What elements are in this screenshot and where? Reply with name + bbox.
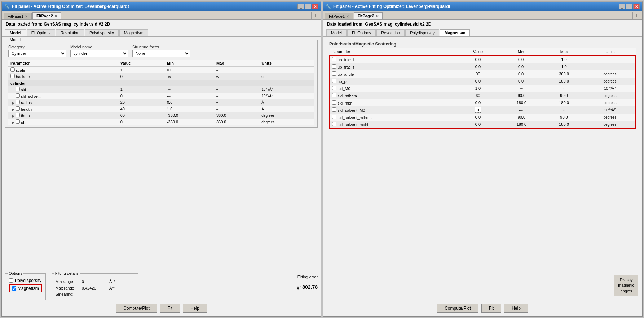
- right-maximize-button[interactable]: □: [626, 4, 632, 9]
- left-compute-plot-button[interactable]: Compute/Plot: [116, 304, 157, 313]
- right-main-content: Polarisation/Magnetic Scattering Paramet…: [323, 37, 642, 300]
- left-options-title: Options: [8, 271, 23, 275]
- right-tab-model[interactable]: Model: [326, 29, 347, 36]
- right-data-loaded: Data loaded from: GenSAS mag_cylinder.sl…: [323, 20, 642, 28]
- polydispersity-checkbox[interactable]: [9, 278, 13, 283]
- left-units-header: Units: [259, 60, 314, 67]
- sld-solvent-mphi-checkbox[interactable]: [332, 122, 336, 126]
- left-model-title: Model: [8, 37, 22, 42]
- right-fit-button[interactable]: Fit: [481, 304, 501, 313]
- table-row: sld_mtheta 60 -90.0 90.0 degrees: [330, 92, 636, 99]
- up-angle-checkbox[interactable]: [332, 71, 336, 76]
- left-structurefactor-select[interactable]: None: [132, 50, 190, 57]
- sld-solvent-m0-value[interactable]: 0: [475, 107, 481, 113]
- chi2-label: χ²: [297, 284, 301, 290]
- left-fitpage2-close[interactable]: ✕: [54, 14, 57, 18]
- scale-checkbox[interactable]: [10, 67, 15, 72]
- magnetism-checkbox[interactable]: [12, 286, 16, 291]
- left-close-button[interactable]: ✕: [312, 4, 318, 9]
- table-row: up_angle 90 0.0 360.0 degrees: [330, 70, 636, 78]
- left-fitpage2-tab[interactable]: FitPage2 ✕: [32, 12, 61, 19]
- magnetism-table: Parameter Value Min Max Units up_frac_i …: [329, 48, 636, 129]
- left-minimize-button[interactable]: _: [297, 4, 304, 9]
- left-category-label: Category: [8, 45, 66, 49]
- left-window: 🔧 Fit panel - Active Fitting Optimizer: …: [1, 1, 321, 317]
- right-tab-polydispersity[interactable]: Polydispersity: [405, 29, 439, 36]
- right-tab-fitoptions[interactable]: Fit Options: [347, 29, 376, 36]
- table-row: scale 1 0.0 ∞: [8, 67, 314, 74]
- table-row: sld_solvent_mtheta 0.0 -90.0 90.0 degree…: [330, 114, 636, 121]
- table-row: sld_mphi 0.0 -180.0 180.0 degrees: [330, 99, 636, 106]
- length-expand-icon[interactable]: ▶: [12, 107, 15, 111]
- left-tab-model[interactable]: Model: [5, 29, 26, 36]
- left-smearing: Smearing:: [56, 291, 134, 298]
- left-tab-magnetism[interactable]: Magnetism: [119, 29, 148, 36]
- left-fitpage1-tab[interactable]: FitPage1 ✕: [4, 13, 32, 19]
- sld-solvent-checkbox[interactable]: [16, 93, 20, 98]
- left-fitpage1-close[interactable]: ✕: [25, 14, 28, 18]
- up-phi-checkbox[interactable]: [332, 79, 336, 83]
- theta-checkbox[interactable]: [16, 113, 20, 117]
- right-window: 🔧 Fit panel - Active Fitting Optimizer: …: [323, 1, 643, 317]
- table-row: up_phi 0.0 0.0 180.0 degrees: [330, 78, 636, 85]
- sld-mtheta-checkbox[interactable]: [332, 93, 336, 97]
- left-title-buttons: _ □ ✕: [297, 4, 318, 9]
- left-tab-polydispersity[interactable]: Polydispersity: [85, 29, 119, 36]
- fitting-error-label: Fitting error: [297, 275, 318, 279]
- sld-m0-checkbox[interactable]: [332, 86, 336, 90]
- mag-min-header: Min: [498, 48, 543, 56]
- length-checkbox[interactable]: [16, 106, 20, 111]
- right-add-tab-button[interactable]: +: [632, 12, 640, 19]
- left-maximize-button[interactable]: □: [305, 4, 311, 9]
- sld-checkbox[interactable]: [16, 87, 20, 91]
- polydispersity-option[interactable]: Polydispersity: [9, 278, 42, 283]
- right-footer: Compute/Plot Fit Help: [323, 300, 642, 316]
- phi-expand-icon[interactable]: ▶: [12, 120, 15, 124]
- left-fitting-title: Fitting details: [54, 271, 80, 275]
- right-minimize-button[interactable]: _: [619, 4, 625, 9]
- left-max-header: Max: [214, 60, 259, 67]
- right-fitpage1-close[interactable]: ✕: [346, 14, 349, 18]
- left-add-tab-button[interactable]: +: [311, 12, 319, 19]
- table-row: backgro... 0 -∞ ∞ cm-1: [8, 73, 314, 80]
- up-frac-f-checkbox[interactable]: [332, 64, 336, 69]
- right-fitpage2-close[interactable]: ✕: [376, 14, 379, 18]
- phi-checkbox[interactable]: [16, 119, 20, 124]
- right-tab-magnetism[interactable]: Magnetism: [440, 29, 470, 36]
- left-min-header: Min: [165, 60, 214, 67]
- sld-solvent-mtheta-checkbox[interactable]: [332, 115, 336, 119]
- right-title-buttons: _ □ ✕: [619, 4, 640, 9]
- right-compute-plot-button[interactable]: Compute/Plot: [437, 304, 478, 313]
- left-main-content: Model Category Cylinder Model name cylin…: [2, 37, 321, 271]
- right-tab-resolution[interactable]: Resolution: [376, 29, 405, 36]
- right-tabs-bar: FitPage1 ✕ FitPage2 ✕ +: [323, 11, 642, 20]
- left-structurefactor-label: Structure factor: [132, 45, 190, 49]
- table-row: sld_solvent_M0 0 -∞ ∞ 10-6/Å2: [330, 106, 636, 114]
- sld-solvent-m0-checkbox[interactable]: [332, 107, 336, 112]
- right-fitpage2-tab[interactable]: FitPage2 ✕: [354, 12, 383, 19]
- left-tab-fitoptions[interactable]: Fit Options: [27, 29, 55, 36]
- left-data-loaded: Data loaded from: GenSAS mag_cylinder.sl…: [2, 20, 321, 28]
- left-help-button[interactable]: Help: [183, 304, 207, 313]
- radius-expand-icon[interactable]: ▶: [12, 101, 15, 105]
- right-close-button[interactable]: ✕: [633, 4, 640, 9]
- right-help-button[interactable]: Help: [504, 304, 528, 313]
- magnetism-option-box: Magnetism: [9, 284, 42, 292]
- left-category-select[interactable]: Cylinder: [8, 50, 66, 57]
- table-row: ▶ length 40 1.0 ∞ Å: [8, 106, 314, 112]
- mag-units-header: Units: [585, 48, 636, 56]
- left-fit-button[interactable]: Fit: [160, 304, 180, 313]
- left-value-header: Value: [118, 60, 165, 67]
- left-modelname-select[interactable]: cylinder: [70, 50, 128, 57]
- sld-mphi-checkbox[interactable]: [332, 100, 336, 105]
- display-magnetic-angles-button[interactable]: Displaymagneticangles: [614, 275, 638, 296]
- up-frac-i-checkbox[interactable]: [332, 57, 336, 61]
- table-row: ▶ theta 60 -360.0 360.0 degrees: [8, 112, 314, 119]
- theta-expand-icon[interactable]: ▶: [12, 114, 15, 118]
- left-footer: Options Polydispersity Magnetism Fitting…: [2, 271, 321, 316]
- right-fitpage1-tab[interactable]: FitPage1 ✕: [325, 13, 353, 19]
- radius-checkbox[interactable]: [16, 100, 20, 104]
- left-tab-resolution[interactable]: Resolution: [56, 29, 84, 36]
- background-checkbox[interactable]: [10, 74, 15, 78]
- left-params-table: Parameter Value Min Max Units scale 1 0.…: [8, 60, 314, 125]
